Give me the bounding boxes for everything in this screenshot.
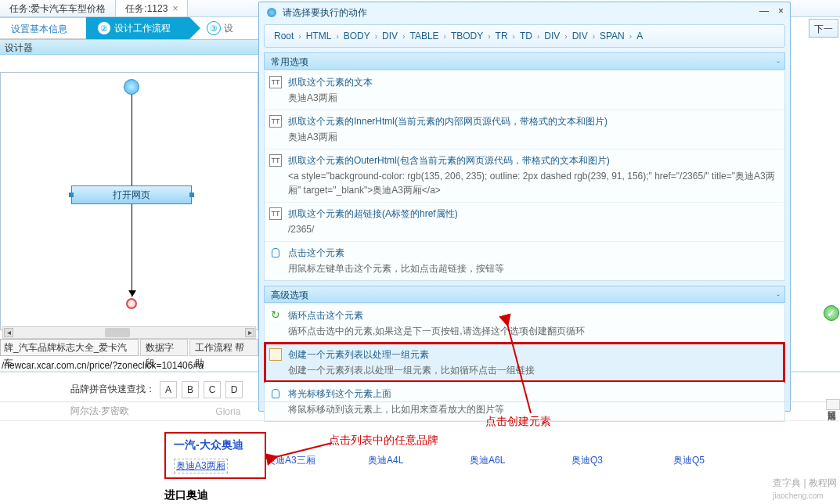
back-to-top-tab[interactable]: 返回顶部 [826, 399, 840, 410]
tab-data-fields[interactable]: 数据字段 [140, 339, 188, 356]
brand-model-link[interactable]: 奥迪Q5 [673, 454, 775, 467]
text-icon: TT [269, 154, 282, 167]
letter-filter-C[interactable]: C [204, 381, 221, 398]
brand-search-row: 品牌拼音快速查找： ABCD [0, 377, 840, 402]
action-option[interactable]: TT抓取这个元素的InnerHtml(当前元素的内部网页源代码，带格式的文本和图… [265, 110, 784, 149]
octopus-icon [265, 6, 278, 19]
tab-task-1[interactable]: 任务:爱卡汽车车型价格 [0, 0, 116, 16]
breadcrumb-node[interactable]: BODY [339, 31, 375, 41]
brand-group-faw-audi: 一汽-大众奥迪 奥迪A3两厢 [164, 432, 266, 479]
window-controls: — × [759, 5, 784, 16]
minimize-icon[interactable]: — [759, 5, 769, 16]
start-node-icon[interactable] [124, 79, 139, 95]
svg-line-0 [276, 443, 332, 457]
open-webpage-node[interactable]: 打开网页 [71, 185, 192, 204]
breadcrumb-node[interactable]: TBODY [446, 31, 488, 41]
annotation-arrow-left [271, 438, 333, 464]
brand-group-title[interactable]: 一汽-大众奥迪 [174, 438, 257, 452]
brand-model[interactable]: Gloria [215, 406, 240, 417]
tab-workflow-help[interactable]: 工作流程 帮助 [189, 339, 258, 356]
breadcrumb-node[interactable]: DIV [568, 31, 593, 41]
scroll-right-icon[interactable]: ▸ [245, 328, 254, 337]
next-button[interactable]: 下一 [809, 19, 838, 38]
watermark-sub: jiaocheng.com [773, 491, 823, 500]
letter-filter-B[interactable]: B [182, 381, 199, 398]
breadcrumb-node[interactable]: A [632, 31, 647, 41]
breadcrumb-node[interactable]: DIV [377, 31, 402, 41]
letter-filter: ABCD [160, 381, 243, 398]
brand-group-import-audi[interactable]: 进口奥迪 [164, 488, 208, 502]
section-title: 高级选项 [271, 290, 308, 301]
popup-titlebar[interactable]: 请选择要执行的动作 — × [259, 2, 790, 23]
loop-icon [269, 309, 282, 322]
option-title: 点击这个元素 [288, 247, 778, 260]
check-glyph: ✓ [827, 307, 836, 319]
node-label: 打开网页 [113, 189, 150, 200]
arrow-down-icon [128, 290, 136, 297]
breadcrumb-node[interactable]: HTML [301, 31, 337, 41]
advanced-options-header[interactable]: 高级选项 ˇ [264, 286, 785, 303]
cursor-icon [269, 247, 282, 259]
close-icon[interactable]: × [778, 5, 784, 16]
brand-browser: 品牌拼音快速查找： ABCD 阿尔法·罗密欧 Gloria 一汽-大众奥迪 奥迪… [0, 377, 840, 421]
brand-model-link[interactable]: 奥迪A4L [368, 454, 470, 467]
common-options-list: TT抓取这个元素的文本奥迪A3两厢TT抓取这个元素的InnerHtml(当前元素… [264, 71, 785, 281]
step-label: 设计工作流程 [114, 23, 171, 34]
action-option[interactable]: TT抓取这个元素的文本奥迪A3两厢 [265, 71, 784, 110]
letter-filter-D[interactable]: D [225, 381, 243, 398]
step-3[interactable]: ③设 [189, 17, 252, 39]
option-description: <a style="background-color: rgb(135, 206… [288, 169, 778, 197]
canvas-inner[interactable]: 打开网页 [1, 73, 258, 329]
annotation-arrow-up [499, 321, 546, 417]
brand-model-link[interactable]: 奥迪A6L [470, 454, 571, 467]
svg-line-1 [507, 324, 531, 413]
brand-model-highlighted[interactable]: 奥迪A3两厢 [174, 459, 228, 473]
breadcrumb-node[interactable]: Root [269, 31, 298, 41]
ok-check-icon[interactable]: ✓ [824, 305, 839, 321]
option-title: 抓取这个元素的文本 [288, 76, 778, 89]
breadcrumb-node[interactable]: TD [515, 31, 537, 41]
tab-label: 任务:1123 [125, 3, 168, 14]
scroll-thumb[interactable] [105, 328, 130, 337]
option-description: 奥迪A3两厢 [288, 130, 778, 144]
annotation-click-list: 点击列表中的任意品牌 [329, 434, 438, 448]
end-node-icon[interactable] [126, 298, 137, 309]
step-design-workflow[interactable]: ②设计工作流程 [86, 17, 189, 39]
option-title: 抓取这个元素的InnerHtml(当前元素的内部网页源代码，带格式的文本和图片) [288, 115, 778, 128]
common-options-header[interactable]: 常用选项 ˇ [264, 52, 785, 70]
action-option[interactable]: 点击这个元素用鼠标左键单击这个元素，比如点击超链接，按钮等 [265, 241, 784, 280]
step-label: 设 [224, 23, 233, 34]
option-title: 抓取这个元素的OuterHtml(包含当前元素的网页源代码，带格式的文本和图片) [288, 154, 778, 167]
next-label: 下一 [814, 23, 833, 34]
step-num-icon: ③ [207, 21, 221, 35]
breadcrumb-node[interactable]: DIV [539, 31, 564, 41]
step-num-icon: ② [97, 21, 111, 35]
option-title: 抓取这个元素的超链接(A标签的href属性) [288, 207, 778, 221]
text-icon: TT [269, 115, 282, 128]
brand-row-alfa: 阿尔法·罗密欧 Gloria [0, 402, 840, 421]
horizontal-scrollbar[interactable]: ◂ ▸ [2, 326, 256, 339]
letter-filter-A[interactable]: A [160, 381, 177, 398]
watermark: 查字典 | 教程网 jiaocheng.com [773, 477, 837, 501]
brand-model-list: 奥迪A3三厢奥迪A4L奥迪A6L奥迪Q3奥迪Q5 [266, 454, 775, 467]
option-description: 用鼠标左键单击这个元素，比如点击超链接，按钮等 [288, 261, 778, 275]
brand-search-label: 品牌拼音快速查找： [70, 383, 155, 396]
text-icon: TT [269, 76, 282, 88]
brand-model-link[interactable]: 奥迪Q3 [571, 454, 673, 467]
popup-title-text: 请选择要执行的动作 [283, 6, 367, 20]
designer-label-text: 设计器 [5, 42, 33, 53]
close-icon[interactable]: × [172, 3, 178, 14]
watermark-main: 查字典 | 教程网 [773, 477, 837, 488]
step-label: 设置基本信息 [11, 23, 67, 34]
scroll-left-icon[interactable]: ◂ [4, 328, 13, 337]
document-icon [269, 348, 282, 361]
action-option[interactable]: TT抓取这个元素的OuterHtml(包含当前元素的网页源代码，带格式的文本和图… [265, 149, 784, 202]
breadcrumb-node[interactable]: TR [491, 31, 513, 41]
tab-task-2[interactable]: 任务:1123× [116, 0, 188, 16]
brand-name[interactable]: 阿尔法·罗密欧 [70, 405, 129, 418]
option-description: /2365/ [288, 222, 778, 236]
breadcrumb-node[interactable]: TABLE [405, 31, 443, 41]
action-option[interactable]: TT抓取这个元素的超链接(A标签的href属性)/2365/ [265, 202, 784, 241]
step-basic-info[interactable]: 设置基本信息 [0, 17, 86, 39]
breadcrumb-node[interactable]: SPAN [595, 31, 629, 41]
